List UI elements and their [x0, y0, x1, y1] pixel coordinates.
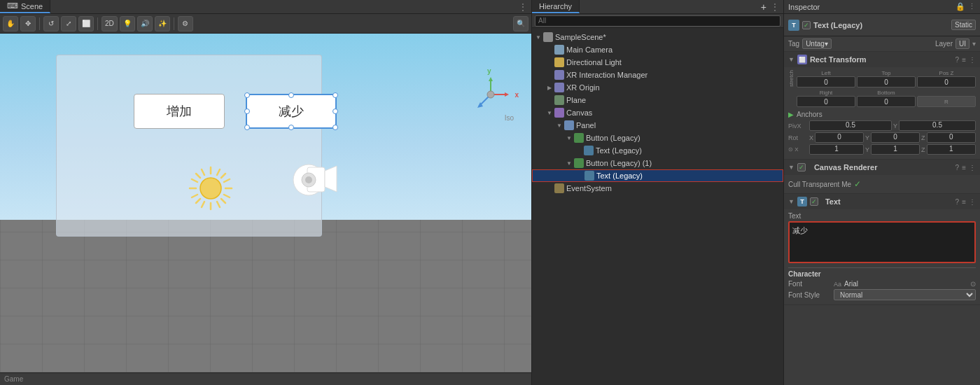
move-tool-btn[interactable]: ✥ [20, 16, 36, 31]
scale-z-value[interactable]: 1 [927, 144, 976, 155]
rotation-row: Rot X 0 Y 0 Z 0 [788, 132, 976, 143]
piv-x-item: 0.5 [809, 120, 892, 131]
rect-menu-icon[interactable]: ⋮ [969, 56, 976, 64]
text-component-title: Text [825, 197, 953, 206]
dir-light-label: Directional Light [566, 58, 622, 66]
canvas-renderer-menu-icon[interactable]: ⋮ [969, 164, 976, 172]
rect-top-field: Top 0 [857, 70, 916, 88]
layer-dropdown[interactable]: UI [955, 38, 969, 49]
scale-y-value[interactable]: 1 [871, 144, 920, 155]
rect-transform-icon: ⬜ [797, 55, 807, 64]
font-label: Font [788, 280, 834, 288]
tree-item-sample-scene[interactable]: ▼ SampleScene* [532, 31, 783, 43]
tree-item-canvas[interactable]: ▼ Canvas [532, 106, 783, 119]
tree-item-panel[interactable]: ▼ Panel [532, 119, 783, 132]
text-comp-help-icon[interactable]: ? [955, 198, 960, 206]
tree-item-event-system[interactable]: ▶ EventSystem [532, 182, 783, 195]
rect-tool-btn[interactable]: ⬜ [78, 16, 94, 31]
hierarchy-search-input[interactable] [535, 15, 780, 27]
y-axis-label: y [487, 67, 491, 75]
tree-item-main-camera[interactable]: ▶ Main Camera [532, 43, 783, 56]
text-comp-settings-icon[interactable]: ≡ [962, 198, 966, 206]
rot-x-value[interactable]: 0 [815, 132, 864, 143]
audio-btn[interactable]: 🔊 [137, 16, 153, 31]
rot-z-value[interactable]: 0 [927, 132, 976, 143]
static-badge[interactable]: Static [951, 20, 976, 30]
hierarchy-menu-icon[interactable]: ⋮ [771, 2, 779, 12]
inspector-lock-icon[interactable]: 🔒 [955, 2, 965, 11]
font-select-icon[interactable]: ⊙ [970, 280, 976, 288]
text-component-header[interactable]: ▼ T ✓ Text ? ≡ ⋮ [784, 194, 980, 209]
scale-tool-btn[interactable]: ⤢ [61, 16, 76, 31]
text-component-enabled[interactable]: ✓ [810, 197, 818, 206]
rect-right-value[interactable]: 0 [797, 96, 855, 107]
hierarchy-add-btn[interactable]: + [761, 1, 766, 13]
tag-dropdown[interactable]: Untag▾ [802, 38, 832, 49]
rect-top-value[interactable]: 0 [857, 76, 916, 88]
svg-line-7 [221, 174, 225, 178]
xr-interaction-label: XR Interaction Manager [566, 71, 648, 79]
tree-item-xr-origin[interactable]: ▶ XR Origin [532, 81, 783, 94]
rot-z-item: Z 0 [921, 132, 976, 143]
cull-label: Cull Transparent Me [788, 181, 851, 188]
rect-left-label: Left [821, 70, 830, 76]
handle-bm [288, 125, 294, 130]
rect-anchor-btn[interactable]: R [917, 96, 976, 107]
tree-item-plane[interactable]: ▶ Plane [532, 94, 783, 106]
scale-x-value[interactable]: 1 [809, 144, 864, 155]
rot-y-value[interactable]: 0 [871, 132, 920, 143]
scene-tab[interactable]: ⌨ Scene [0, 0, 50, 13]
search-btn[interactable]: 🔍 [513, 16, 528, 31]
scale-row: ⊙ X 1 Y 1 Z 1 [788, 144, 976, 155]
rect-bottom-value[interactable]: 0 [857, 96, 916, 107]
decrease-button[interactable]: 减少 [246, 94, 337, 129]
font-style-dropdown[interactable]: Normal [834, 289, 976, 300]
scale-z-label: Z [921, 146, 925, 153]
rect-transform-actions: ? ≡ ⋮ [955, 56, 976, 64]
handle-br [332, 125, 338, 130]
tree-item-text-2[interactable]: ▶ Text (Legacy) [532, 169, 783, 182]
tree-item-button-1[interactable]: ▼ Button (Legacy) [532, 132, 783, 144]
text-component-icon: T [788, 20, 799, 31]
light-btn[interactable]: 💡 [120, 16, 135, 31]
tree-item-dir-light[interactable]: ▶ Directional Light [532, 56, 783, 69]
canvas-renderer-settings-icon[interactable]: ≡ [962, 164, 966, 172]
rect-settings-icon[interactable]: ≡ [962, 56, 966, 64]
effects-btn[interactable]: ✨ [155, 16, 170, 31]
text-textarea[interactable]: 减少 [788, 221, 976, 263]
rect-posz-value[interactable]: 0 [917, 76, 976, 88]
piv-x-value[interactable]: 0.5 [809, 120, 892, 131]
layer-label: Layer [935, 40, 953, 48]
font-style-label: Font Style [788, 291, 834, 299]
canvas-renderer-enabled[interactable]: ✓ [797, 163, 806, 172]
inspector-menu-icon[interactable]: ⋮ [968, 2, 976, 11]
hierarchy-panel: Hierarchy + ⋮ ▼ SampleScene* ▶ Main Came… [532, 0, 784, 385]
increase-button[interactable]: 增加 [134, 94, 225, 129]
scale-x-item: 1 [809, 144, 864, 155]
component-enabled-checkbox[interactable]: ✓ [802, 21, 811, 29]
rect-transform-fold-icon: ▼ [788, 56, 794, 63]
tree-item-xr-interaction[interactable]: ▶ XR Interaction Manager [532, 69, 783, 81]
rect-help-icon[interactable]: ? [955, 56, 960, 64]
canvas-renderer-help-icon[interactable]: ? [955, 164, 960, 172]
2d-toggle-btn[interactable]: 2D [102, 16, 118, 31]
rect-right-field: Right 0 [797, 90, 855, 107]
camera-scene-icon [288, 160, 344, 202]
text-comp-menu-icon[interactable]: ⋮ [969, 198, 976, 206]
tree-item-text-1[interactable]: ▶ Text (Legacy) [532, 144, 783, 157]
piv-y-value[interactable]: 0.5 [899, 120, 976, 131]
hand-tool-btn[interactable]: ✋ [3, 16, 18, 31]
canvas-renderer-header[interactable]: ▼ ✓ Canvas Renderer ? ≡ ⋮ [784, 160, 980, 175]
rect-bottom-field: Bottom 0 [857, 90, 916, 107]
rect-transform-header[interactable]: ▼ ⬜ Rect Transform ? ≡ ⋮ [784, 52, 980, 67]
hierarchy-tab[interactable]: Hierarchy [532, 0, 580, 13]
canvas-renderer-fold-icon: ▼ [788, 164, 794, 171]
gizmos-btn[interactable]: ⚙ [178, 16, 193, 31]
tree-item-button-2[interactable]: ▼ Button (Legacy) (1) [532, 157, 783, 169]
x-axis-label: x [514, 91, 519, 99]
rotate-tool-btn[interactable]: ↺ [43, 16, 59, 31]
toolbar-divider-3 [174, 18, 174, 30]
rect-left-value[interactable]: 0 [797, 76, 855, 88]
scene-menu-icon[interactable]: ⋮ [519, 2, 527, 12]
svg-marker-19 [325, 166, 337, 192]
